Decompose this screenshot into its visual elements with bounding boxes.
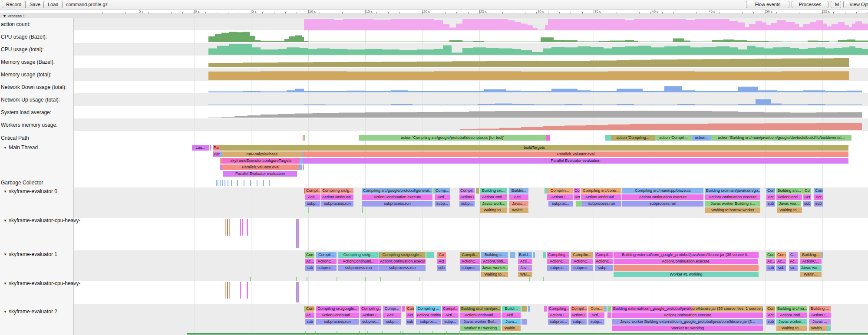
trace-event-bar[interactable] — [419, 277, 420, 281]
trace-event-bar[interactable]: Building s... — [481, 252, 508, 258]
trace-event-bar[interactable]: Co — [803, 188, 811, 194]
trace-event-bar[interactable]: sub — [406, 319, 414, 325]
trace-event-bar[interactable] — [521, 319, 527, 325]
trace-event-bar[interactable]: Ac... — [766, 259, 775, 264]
trace-event-bar[interactable]: Co — [437, 252, 446, 258]
trace-event-bar[interactable] — [303, 135, 304, 141]
trace-event-bar[interactable]: Compiling ... — [416, 306, 441, 312]
trace-event-bar[interactable]: Worker #7 working — [460, 325, 501, 331]
trace-event-bar[interactable] — [228, 180, 228, 186]
trace-event-bar[interactable]: ActionC... — [800, 259, 822, 264]
trace-event-bar[interactable] — [220, 180, 221, 186]
trace-event-bar[interactable]: ActionC... — [571, 259, 593, 264]
trace-event-bar[interactable]: sub — [766, 319, 775, 325]
trace-event-bar[interactable]: Waiting to borrow worker — [705, 207, 760, 213]
trace-event-bar[interactable]: subp... — [305, 201, 320, 207]
trace-event-bar[interactable]: ActionC... — [548, 312, 569, 318]
trace-event-bar[interactable] — [365, 277, 366, 281]
trace-event-bar[interactable]: Compil... — [316, 252, 337, 258]
trace-event-bar[interactable]: Compiling... — [360, 306, 381, 312]
timeline-ruler[interactable]: -5 s0 s5 s10 s15 s20 s25 s30 s35 s40 s45… — [74, 10, 868, 13]
record-button[interactable]: Record — [2, 1, 26, 8]
trace-event-bar[interactable]: Comp... — [435, 188, 450, 194]
trace-event-bar[interactable]: ActionContinuati... — [316, 312, 359, 318]
trace-event-bar[interactable]: C... — [789, 252, 798, 258]
trace-event-bar[interactable]: Building... — [800, 252, 822, 258]
trace-event-bar[interactable]: Com — [766, 306, 775, 312]
trace-event-bar[interactable]: subp... — [571, 319, 587, 325]
trace-event-bar[interactable]: Compil... — [305, 188, 320, 194]
trace-event-bar[interactable] — [822, 252, 823, 258]
trace-event-bar[interactable]: subp... — [435, 201, 450, 207]
trace-event-bar[interactable] — [576, 201, 582, 207]
sidebar-item-skyframe-evaluator-0[interactable]: ▼skyframe-evaluator 0 — [3, 188, 57, 194]
trace-event-bar[interactable]: Acti... — [518, 259, 532, 264]
trace-event-bar[interactable]: Wai... — [518, 272, 532, 277]
trace-event-bar[interactable]: sub — [776, 265, 786, 271]
sidebar-item-skyframe-evaluator-cpu-heavy[interactable]: ▼skyframe-evaluator-cpu-heavy- — [3, 280, 80, 286]
trace-event-bar[interactable]: sub — [437, 265, 446, 271]
trace-event-bar[interactable]: action 'Building src/main/java/com/googl… — [711, 135, 851, 141]
trace-event-bar[interactable] — [229, 282, 230, 299]
trace-event-bar[interactable]: Compil... — [442, 306, 459, 312]
trace-event-bar[interactable]: subp... — [588, 319, 604, 325]
trace-event-bar[interactable] — [362, 207, 363, 213]
trace-event-bar[interactable]: Javac ... — [809, 319, 831, 325]
trace-event-bar[interactable]: subproc... — [316, 265, 337, 271]
trace-event-bar[interactable]: Javac worker Building s... — [705, 201, 760, 207]
trace-event-bar[interactable] — [263, 180, 264, 186]
trace-event-bar[interactable]: ActionConti... — [776, 312, 807, 318]
action-count-chart[interactable] — [0, 19, 868, 30]
trace-event-bar[interactable] — [227, 219, 228, 236]
trace-event-bar[interactable] — [521, 306, 527, 312]
trace-event-bar[interactable]: Compilin... — [547, 188, 573, 194]
trace-event-bar[interactable]: Waiting to... — [776, 325, 807, 331]
trace-event-bar[interactable]: subprocess.run — [321, 201, 353, 207]
trace-event-bar[interactable]: sub — [766, 265, 775, 271]
trace-event-bar[interactable]: Act — [574, 194, 580, 200]
trace-event-bar[interactable]: Waitin... — [809, 325, 827, 331]
trace-event-bar[interactable]: Waiting to... — [480, 207, 507, 213]
trace-event-bar[interactable] — [544, 306, 547, 312]
sidebar-item-skyframe-evaluator-2[interactable]: ▼skyframe-evaluator 2 — [3, 309, 57, 315]
trace-event-bar[interactable]: Par — [213, 151, 220, 157]
trace-event-bar[interactable]: Compili... — [460, 252, 480, 258]
trace-event-bar[interactable]: Com — [305, 252, 314, 258]
trace-event-bar[interactable] — [237, 180, 238, 186]
save-button[interactable]: Save — [25, 1, 45, 8]
trace-event-bar[interactable]: sub — [766, 201, 775, 207]
trace-event-bar[interactable]: Waiting to... — [777, 207, 802, 213]
trace-event-bar[interactable]: action 'Compiling... — [611, 135, 655, 141]
trace-event-bar[interactable]: action 'Compili... — [655, 135, 692, 141]
trace-event-bar[interactable] — [604, 306, 607, 312]
trace-event-bar[interactable]: ParallelEvaluator.eval — [222, 164, 299, 170]
trace-event-bar[interactable] — [510, 252, 515, 258]
trace-event-bar[interactable]: Compiling src/google... — [316, 306, 359, 312]
trace-event-bar[interactable]: buildTargets — [220, 145, 848, 151]
trace-event-bar[interactable]: Act — [814, 194, 823, 200]
trace-event-bar[interactable]: Javac wo... — [800, 265, 822, 271]
trace-event-bar[interactable]: Com — [305, 306, 314, 312]
memory-usage-bazel-chart[interactable] — [0, 57, 868, 67]
trace-event-bar[interactable]: Compiling... — [548, 306, 569, 312]
trace-event-bar[interactable] — [304, 135, 305, 141]
trace-event-bar[interactable]: ActionContinuati... — [460, 312, 501, 318]
trace-event-bar[interactable]: Java... — [502, 319, 521, 325]
trace-event-bar[interactable]: ParallelEvaluator.eval — [303, 151, 848, 157]
trace-event-bar[interactable]: Waiting to... — [481, 272, 508, 277]
trace-event-bar[interactable]: subprocess.run — [379, 265, 426, 271]
trace-event-bar[interactable]: Compil... — [571, 306, 587, 312]
trace-event-bar[interactable]: subproc... — [360, 319, 381, 325]
system-load-average-chart[interactable] — [0, 107, 868, 118]
trace-event-bar[interactable]: ActionC... — [360, 312, 381, 318]
trace-event-bar[interactable]: Com — [814, 188, 823, 194]
caret-icon[interactable]: ▼ — [3, 219, 7, 223]
trace-event-bar[interactable]: subp... — [595, 265, 613, 271]
trace-event-bar[interactable] — [303, 164, 304, 170]
trace-event-bar[interactable] — [827, 325, 831, 331]
trace-event-bar[interactable]: ActionC... — [547, 194, 573, 200]
metadata-button[interactable]: M — [831, 1, 841, 8]
trace-event-bar[interactable]: Waitin... — [502, 325, 521, 331]
trace-event-bar[interactable]: Acti... — [509, 194, 528, 200]
trace-event-bar[interactable] — [229, 219, 230, 236]
